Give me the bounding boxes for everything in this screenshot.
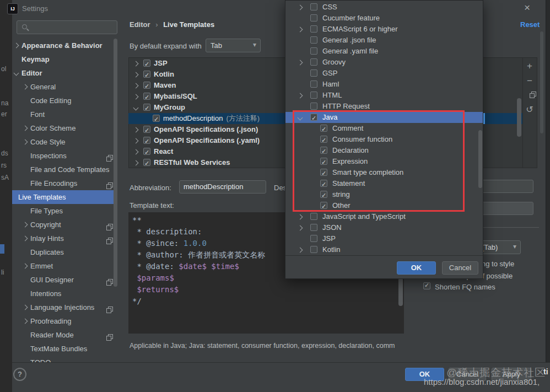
sidebar-item-color-scheme[interactable]: Color Scheme xyxy=(12,121,117,135)
chevron-right-icon[interactable] xyxy=(23,305,28,310)
context-checkbox[interactable] xyxy=(310,246,317,253)
context-row-ecmascript-6-or-higher[interactable]: ECMAScript 6 or higher xyxy=(285,24,483,35)
context-row-jsp[interactable]: JSP xyxy=(285,233,483,244)
reset-link[interactable]: Reset xyxy=(520,20,540,29)
chevron-right-icon[interactable] xyxy=(14,43,19,49)
chevron-right-icon[interactable] xyxy=(298,248,303,253)
sidebar-item-inspections[interactable]: Inspections xyxy=(12,149,117,163)
templates-scrollbar[interactable] xyxy=(517,98,521,137)
chevron-right-icon[interactable] xyxy=(133,138,139,144)
context-row-json[interactable]: JSON xyxy=(285,222,483,233)
remove-icon[interactable]: − xyxy=(523,76,536,87)
sidebar-scrollbar[interactable] xyxy=(114,39,117,287)
context-row-cucumber-feature[interactable]: Cucumber feature xyxy=(285,13,483,24)
context-checkbox[interactable] xyxy=(310,3,317,10)
template-checkbox[interactable] xyxy=(143,104,150,111)
abbreviation-input[interactable]: methodDescription xyxy=(179,180,266,194)
context-row-general-json-file[interactable]: General .json file xyxy=(285,35,483,46)
sidebar-item-reader-mode[interactable]: Reader Mode xyxy=(12,328,117,342)
sidebar-item-font[interactable]: Font xyxy=(12,108,117,121)
context-checkbox[interactable] xyxy=(310,92,317,99)
breadcrumb-editor[interactable]: Editor xyxy=(130,20,150,29)
expand-with-dropdown[interactable]: Tab ▾ xyxy=(206,39,261,52)
chevron-right-icon[interactable] xyxy=(23,126,28,131)
context-scrollbar[interactable] xyxy=(478,130,482,188)
sidebar-item-live-templates[interactable]: Live Templates xyxy=(12,190,117,204)
chevron-right-icon[interactable] xyxy=(23,236,28,241)
sidebar-item-editor[interactable]: Editor xyxy=(12,66,117,80)
sidebar-item-gui-designer[interactable]: GUI Designer xyxy=(12,273,117,287)
context-row-kotlin[interactable]: Kotlin xyxy=(285,244,483,255)
template-checkbox[interactable] xyxy=(143,148,150,155)
chevron-right-icon[interactable] xyxy=(298,93,303,99)
context-row-general-yaml-file[interactable]: General .yaml file xyxy=(285,46,483,57)
sidebar-item-duplicates[interactable]: Duplicates xyxy=(12,245,117,259)
context-ok-button[interactable]: OK xyxy=(397,261,436,275)
chevron-right-icon[interactable] xyxy=(298,5,303,10)
template-checkbox[interactable] xyxy=(143,71,150,78)
chevron-right-icon[interactable] xyxy=(298,214,303,220)
template-checkbox[interactable] xyxy=(143,137,150,144)
outer-scrollbar[interactable] xyxy=(540,31,543,133)
context-checkbox[interactable] xyxy=(310,80,317,88)
help-button[interactable]: ? xyxy=(13,368,26,381)
search-box[interactable] xyxy=(17,20,117,34)
sidebar-item-file-encodings[interactable]: File Encodings xyxy=(12,176,117,190)
sidebar-item-code-style[interactable]: Code Style xyxy=(12,135,117,149)
template-checkbox[interactable] xyxy=(143,60,150,67)
sidebar-item-appearance-behavior[interactable]: Appearance & Behavior xyxy=(12,39,117,52)
sidebar-item-language-injections[interactable]: Language Injections xyxy=(12,300,117,314)
context-checkbox[interactable] xyxy=(310,36,317,44)
template-checkbox[interactable] xyxy=(143,82,150,89)
sidebar-item-intentions[interactable]: Intentions xyxy=(12,287,117,300)
chevron-right-icon[interactable] xyxy=(133,127,139,133)
duplicate-icon[interactable] xyxy=(526,92,540,100)
context-checkbox[interactable] xyxy=(310,25,317,33)
chevron-down-icon[interactable] xyxy=(14,71,19,76)
context-checkbox[interactable] xyxy=(310,103,317,110)
chevron-right-icon[interactable] xyxy=(133,149,139,155)
chevron-right-icon[interactable] xyxy=(23,84,28,90)
sidebar-item-emmet[interactable]: Emmet xyxy=(12,259,117,273)
chevron-right-icon[interactable] xyxy=(133,83,139,89)
context-checkbox[interactable] xyxy=(310,69,317,77)
close-icon[interactable]: × xyxy=(524,2,530,14)
chevron-down-icon[interactable] xyxy=(133,105,139,111)
template-checkbox[interactable] xyxy=(143,93,150,100)
template-checkbox[interactable] xyxy=(143,159,150,166)
sidebar-item-code-editing[interactable]: Code Editing xyxy=(12,94,117,108)
context-checkbox[interactable] xyxy=(310,224,317,231)
chevron-right-icon[interactable] xyxy=(23,222,28,228)
chevron-right-icon[interactable] xyxy=(133,160,139,166)
sidebar-item-file-types[interactable]: File Types xyxy=(12,204,117,218)
chevron-right-icon[interactable] xyxy=(298,27,303,33)
editor-scrollbar[interactable] xyxy=(398,277,403,306)
context-checkbox[interactable] xyxy=(310,235,317,242)
context-checkbox[interactable] xyxy=(310,14,317,22)
context-cancel-button[interactable]: Cancel xyxy=(442,261,478,275)
context-row-groovy[interactable]: Groovy xyxy=(285,57,483,68)
context-row-html[interactable]: HTML xyxy=(285,90,483,101)
context-row-gsp[interactable]: GSP xyxy=(285,68,483,79)
sidebar-item-file-and-code-templates[interactable]: File and Code Templates xyxy=(12,163,117,176)
sidebar-item-proofreading[interactable]: Proofreading xyxy=(12,314,117,328)
sidebar-item-general[interactable]: General xyxy=(12,80,117,94)
context-row-css[interactable]: CSS xyxy=(285,2,483,13)
chevron-right-icon[interactable] xyxy=(23,139,28,145)
chevron-right-icon[interactable] xyxy=(133,94,139,100)
chevron-right-icon[interactable] xyxy=(298,60,303,66)
context-row-haml[interactable]: Haml xyxy=(285,79,483,90)
chevron-right-icon[interactable] xyxy=(23,319,28,324)
context-checkbox[interactable] xyxy=(310,213,317,220)
sidebar-item-copyright[interactable]: Copyright xyxy=(12,218,117,232)
add-icon[interactable]: + xyxy=(523,61,536,72)
template-checkbox[interactable] xyxy=(153,115,160,122)
shorten-fq-checkbox[interactable] xyxy=(423,282,430,289)
context-row-javascript-and-typescript[interactable]: JavaScript and TypeScript xyxy=(285,211,483,222)
chevron-right-icon[interactable] xyxy=(23,264,28,269)
sidebar-item-keymap[interactable]: Keymap xyxy=(12,52,117,66)
chevron-right-icon[interactable] xyxy=(133,72,139,78)
chevron-right-icon[interactable] xyxy=(133,61,139,67)
sidebar-item-inlay-hints[interactable]: Inlay Hints xyxy=(12,232,117,245)
undo-icon[interactable]: ↺ xyxy=(523,104,536,115)
